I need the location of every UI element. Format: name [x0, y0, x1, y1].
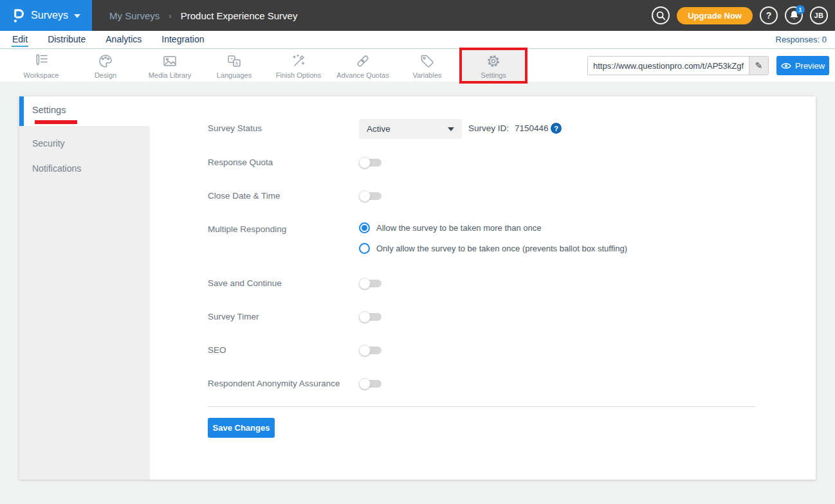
search-icon [656, 10, 666, 21]
toolbar-label-workspace: Workspace [24, 71, 59, 79]
tag-icon [419, 53, 436, 69]
chain-link-icon [354, 53, 371, 69]
response-quota-toggle[interactable] [359, 157, 381, 168]
survey-id-value: 7150446 [515, 123, 549, 133]
edit-url-button[interactable]: ✎ [749, 57, 768, 75]
header-actions: Upgrade Now ? 1 JB [652, 6, 835, 24]
radio-dot [362, 225, 367, 231]
toolbar-item-design[interactable]: Design [73, 50, 138, 82]
toggle-knob [359, 157, 371, 168]
toolbar-item-variables[interactable]: Variables [395, 50, 459, 82]
tab-integration[interactable]: Integration [161, 32, 205, 47]
toolbar-label-design: Design [95, 71, 116, 79]
avatar-initials: JB [814, 12, 823, 19]
svg-text:*: * [230, 56, 232, 62]
settings-panel: Settings Security Notifications Survey S… [19, 96, 816, 480]
radio-only-once-label: Only allow the survey to be taken once (… [376, 244, 627, 253]
close-date-label: Close Date & Time [208, 191, 280, 201]
search-button[interactable] [652, 6, 670, 24]
toolbar-label-variables: Variables [412, 71, 441, 79]
toolbar-item-languages[interactable]: * A Languages [202, 50, 266, 82]
annotation-underline-settings [35, 120, 77, 124]
notifications-button[interactable]: 1 [785, 6, 803, 24]
radio-only-once[interactable]: Only allow the survey to be taken once (… [359, 243, 627, 254]
sidebar-item-security[interactable]: Security [19, 131, 150, 156]
top-header: Surveys My Surveys › Product Experience … [0, 0, 835, 31]
sidebar-item-notifications[interactable]: Notifications [19, 156, 150, 181]
toolbar-item-finish-options[interactable]: Finish Options [266, 50, 331, 82]
survey-status-label: Survey Status [208, 123, 262, 133]
survey-nav-tabs: Edit Distribute Analytics Integration Re… [0, 31, 835, 49]
multiple-responding-label: Multiple Responding [208, 224, 286, 234]
translate-icon: * A [226, 53, 243, 69]
workspace-icon [33, 53, 50, 69]
help-button[interactable]: ? [760, 6, 778, 24]
breadcrumb-parent[interactable]: My Surveys [109, 10, 160, 21]
survey-id-label: Survey ID: [468, 123, 509, 133]
questionpro-logo-icon [12, 7, 25, 24]
toolbar-label-languages: Languages [217, 71, 252, 79]
toolbar-label-settings: Settings [481, 71, 506, 79]
breadcrumb-current: Product Experience Survey [181, 10, 298, 21]
survey-status-select[interactable]: Active [359, 119, 462, 139]
toolbar-label-advance-quotas: Advance Quotas [336, 71, 389, 79]
survey-timer-toggle[interactable] [359, 311, 381, 323]
survey-timer-label: Survey Timer [208, 312, 259, 321]
radio-selected-icon [359, 222, 370, 233]
toolbar-item-workspace[interactable]: Workspace [9, 50, 73, 82]
save-continue-label: Save and Continue [208, 278, 282, 288]
upgrade-now-button[interactable]: Upgrade Now [677, 7, 753, 24]
chevron-down-icon [448, 127, 454, 131]
palette-icon [97, 53, 114, 69]
toolbar-label-finish-options: Finish Options [276, 71, 321, 79]
chevron-down-icon [74, 14, 80, 18]
eye-icon [781, 62, 791, 69]
seo-label: SEO [208, 345, 226, 355]
preview-button[interactable]: Preview [776, 56, 829, 75]
gear-icon [485, 53, 502, 69]
toggle-knob [359, 278, 371, 289]
settings-sidebar: Security Notifications [19, 126, 150, 480]
preview-label: Preview [795, 61, 825, 71]
tab-edit[interactable]: Edit [12, 32, 28, 47]
close-date-toggle[interactable] [359, 190, 381, 202]
radio-unselected-icon [359, 243, 370, 254]
sidebar-item-settings[interactable]: Settings [19, 96, 150, 126]
magic-wand-icon [290, 53, 307, 69]
anonymity-label: Respondent Anonymity Assurance [208, 379, 340, 388]
notification-badge: 1 [796, 5, 805, 14]
sidebar-spacer [19, 126, 150, 131]
toolbar-item-settings[interactable]: Settings [459, 48, 528, 84]
radio-allow-multiple[interactable]: Allow the survey to be taken more than o… [359, 222, 542, 233]
toggle-knob [359, 345, 371, 356]
survey-status-value: Active [367, 124, 390, 134]
responses-count: Responses: 0 [776, 35, 835, 44]
product-menu-label: Surveys [31, 10, 68, 21]
user-avatar[interactable]: JB [810, 6, 828, 24]
form-divider [208, 406, 756, 407]
svg-text:A: A [235, 60, 238, 66]
tab-analytics[interactable]: Analytics [105, 32, 142, 47]
pencil-icon: ✎ [755, 60, 763, 71]
sidebar-item-label: Settings [24, 96, 150, 123]
response-quota-label: Response Quota [208, 158, 273, 167]
anonymity-toggle[interactable] [359, 378, 381, 390]
survey-url-field: ✎ [587, 56, 769, 75]
save-changes-button[interactable]: Save Changes [208, 418, 275, 438]
survey-url-input[interactable] [588, 57, 749, 75]
survey-id-help-icon[interactable]: ? [551, 123, 562, 134]
toggle-knob [359, 311, 371, 323]
breadcrumb-separator-icon: › [169, 11, 171, 21]
toolbar-item-media-library[interactable]: Media Library [138, 50, 202, 82]
toggle-knob [359, 378, 371, 390]
toolbar-label-media-library: Media Library [149, 71, 192, 79]
image-icon [161, 53, 178, 69]
question-mark-icon: ? [766, 10, 772, 21]
save-continue-toggle[interactable] [359, 278, 381, 289]
tab-distribute[interactable]: Distribute [47, 32, 86, 47]
seo-toggle[interactable] [359, 345, 381, 356]
toolbar-item-advance-quotas[interactable]: Advance Quotas [331, 50, 395, 82]
product-switcher[interactable]: Surveys [0, 0, 92, 31]
edit-toolbar: Workspace Design Media Library [0, 50, 835, 82]
toggle-knob [359, 190, 371, 202]
